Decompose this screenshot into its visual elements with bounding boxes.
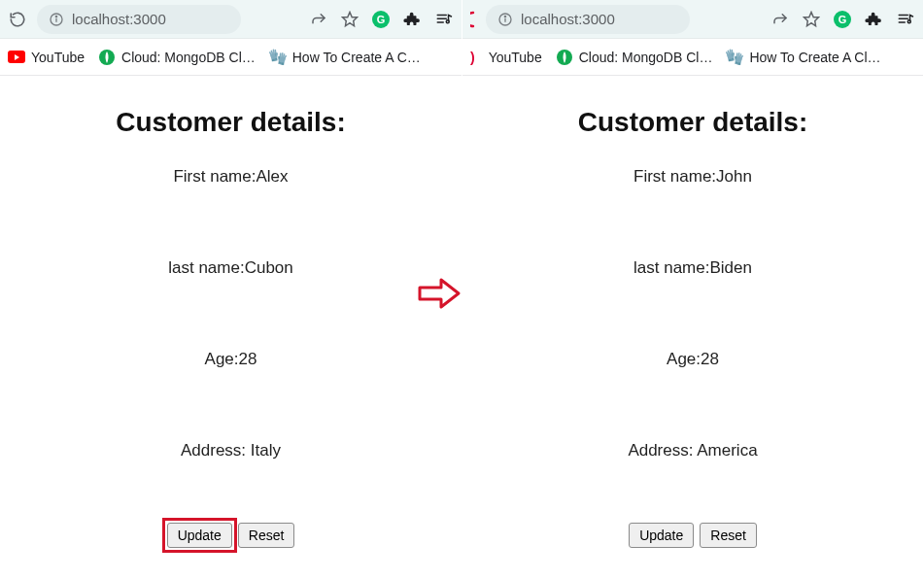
bookmark-mongodb[interactable]: Cloud: MongoDB Cl…	[556, 49, 713, 66]
svg-marker-3	[343, 12, 358, 25]
url-text: localhost:3000	[72, 11, 166, 27]
browser-toolbar: localhost:3000 G	[462, 0, 923, 39]
address-bar[interactable]: localhost:3000	[486, 5, 690, 34]
mongodb-icon	[556, 49, 573, 66]
button-row: Update Reset	[462, 523, 923, 548]
update-button[interactable]: Update	[167, 523, 232, 548]
first-name-row: First name:John	[462, 167, 923, 187]
age-row: Age:28	[0, 350, 462, 369]
reset-button[interactable]: Reset	[238, 523, 295, 548]
info-icon	[49, 12, 64, 27]
share-icon[interactable]	[771, 11, 789, 28]
bookmark-fragment: )	[470, 50, 475, 65]
info-icon	[497, 12, 513, 27]
first-name-label: First name:	[173, 167, 256, 186]
bookmark-label: YouTube	[31, 50, 85, 65]
last-name-row: last name:Biden	[462, 258, 923, 278]
svg-point-15	[907, 19, 910, 22]
bookmark-label: YouTube	[489, 50, 542, 65]
address-bar[interactable]: localhost:3000	[37, 5, 241, 34]
star-icon[interactable]	[803, 11, 820, 28]
last-name-row: last name:Cubon	[0, 258, 462, 278]
bookmark-label: Cloud: MongoDB Cl…	[579, 50, 713, 65]
grammarly-icon[interactable]: G	[372, 11, 390, 28]
url-text: localhost:3000	[521, 11, 615, 27]
bookmark-howto[interactable]: 🧤 How To Create A C…	[269, 49, 421, 66]
first-name-label: First name:	[633, 167, 716, 186]
age-label: Age:	[667, 350, 701, 368]
address-value: America	[697, 441, 757, 460]
bookmark-label: Cloud: MongoDB Cl…	[121, 50, 256, 65]
reset-button[interactable]: Reset	[700, 523, 757, 548]
page-content: Customer details: First name:Alex last n…	[0, 76, 462, 548]
address-value: Italy	[251, 441, 281, 460]
browser-toolbar: localhost:3000 G	[0, 0, 462, 39]
first-name-value: Alex	[256, 167, 288, 186]
playlist-icon[interactable]	[896, 11, 915, 28]
star-icon[interactable]	[341, 11, 359, 28]
page-icon: 🧤	[269, 49, 287, 66]
last-name-value: Biden	[709, 258, 751, 277]
bookmark-label: How To Create A Cl…	[749, 50, 880, 65]
svg-point-2	[55, 16, 56, 17]
reload-icon-partial	[470, 11, 476, 28]
update-highlight: Update	[167, 523, 232, 548]
bookmark-youtube[interactable]: YouTube	[8, 49, 85, 66]
page-content: Customer details: First name:John last n…	[462, 76, 923, 548]
page-title: Customer details:	[462, 107, 923, 138]
first-name-value: John	[716, 167, 752, 186]
button-row: Update Reset	[0, 523, 462, 548]
page-title: Customer details:	[0, 107, 462, 138]
address-label: Address:	[628, 441, 697, 460]
last-name-label: last name:	[633, 258, 709, 277]
age-value: 28	[239, 350, 257, 368]
age-value: 28	[701, 350, 719, 368]
first-name-row: First name:Alex	[0, 167, 462, 187]
extensions-icon[interactable]	[403, 11, 421, 28]
update-button[interactable]: Update	[629, 523, 694, 548]
extensions-icon[interactable]	[865, 11, 882, 28]
address-label: Address:	[181, 441, 251, 460]
grammarly-icon[interactable]: G	[834, 11, 851, 28]
age-label: Age:	[205, 350, 239, 368]
svg-marker-11	[804, 12, 819, 25]
address-row: Address: Italy	[0, 441, 462, 460]
last-name-label: last name:	[168, 258, 244, 277]
youtube-icon	[8, 49, 25, 66]
bookmarks-bar: ) YouTube Cloud: MongoDB Cl… 🧤 How To Cr…	[462, 39, 923, 76]
page-icon: 🧤	[726, 49, 743, 66]
playlist-icon[interactable]	[434, 11, 454, 28]
arrow-annotation-icon	[418, 276, 462, 315]
svg-point-7	[446, 19, 449, 22]
share-icon[interactable]	[310, 11, 327, 28]
bookmark-mongodb[interactable]: Cloud: MongoDB Cl…	[98, 49, 256, 66]
bookmark-howto[interactable]: 🧤 How To Create A Cl…	[726, 49, 880, 66]
address-row: Address: America	[462, 441, 923, 460]
mongodb-icon	[98, 49, 116, 66]
pane-after: localhost:3000 G ) YouTube Cloud: MongoD…	[462, 0, 923, 579]
pane-before: localhost:3000 G YouTube Cloud: MongoDB …	[0, 0, 462, 579]
bookmark-label: How To Create A C…	[292, 50, 421, 65]
bookmarks-bar: YouTube Cloud: MongoDB Cl… 🧤 How To Crea…	[0, 39, 462, 76]
bookmark-youtube[interactable]: YouTube	[489, 50, 542, 65]
svg-point-10	[504, 16, 505, 17]
last-name-value: Cubon	[245, 258, 293, 277]
reload-icon[interactable]	[8, 10, 27, 29]
age-row: Age:28	[462, 350, 923, 369]
